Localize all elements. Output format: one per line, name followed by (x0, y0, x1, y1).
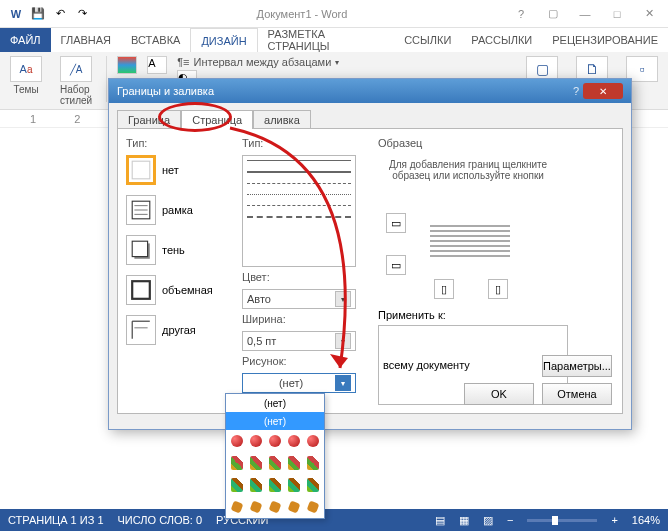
edge-bottom-button[interactable]: ▭ (386, 255, 406, 275)
zoom-level[interactable]: 164% (632, 514, 660, 526)
edge-top-button[interactable]: ▭ (386, 213, 406, 233)
cancel-button[interactable]: Отмена (542, 383, 612, 405)
chevron-down-icon: ▾ (335, 333, 351, 349)
art-dropdown-list: (нет) (нет) (225, 393, 325, 519)
window-controls: ? ▢ — □ ✕ (506, 4, 668, 24)
status-bar: СТРАНИЦА 1 ИЗ 1 ЧИСЛО СЛОВ: 0 РУССКИЙ ▤ … (0, 509, 668, 531)
preview-box: Для добавления границ щелкните образец и… (378, 159, 558, 299)
help-icon[interactable]: ? (506, 4, 536, 24)
dialog-titlebar[interactable]: Границы и заливка ? ✕ (109, 79, 631, 103)
quick-access-toolbar: W 💾 ↶ ↷ (0, 6, 98, 22)
tab-insert[interactable]: ВСТАВКА (121, 28, 190, 52)
dialog-tab-page[interactable]: Страница (181, 110, 253, 129)
dialog-body: Тип: нет рамка тень объемная другая Тип:… (117, 128, 623, 414)
setting-custom[interactable]: другая (126, 315, 230, 345)
redo-icon[interactable]: ↷ (74, 6, 90, 22)
preview-hint: Для добавления границ щелкните образец и… (378, 159, 558, 181)
view-print-icon[interactable]: ▦ (459, 514, 469, 527)
line-type-label: Тип: (242, 137, 366, 149)
art-option-4[interactable] (226, 496, 324, 518)
edge-right-button[interactable]: ▯ (488, 279, 508, 299)
colors-button[interactable] (117, 56, 137, 74)
borders-shading-dialog: Границы и заливка ? ✕ Граница Страница а… (108, 78, 632, 430)
style-set-button[interactable]: ╱A Набор стилей (56, 56, 96, 106)
minimize-button[interactable]: — (570, 4, 600, 24)
color-combo[interactable]: Авто▾ (242, 289, 356, 309)
svg-rect-0 (132, 161, 150, 179)
setting-column: Тип: нет рамка тень объемная другая (126, 137, 230, 405)
chevron-down-icon: ▾ (335, 375, 351, 391)
close-button[interactable]: ✕ (634, 4, 664, 24)
dialog-tab-fill[interactable]: аливка (253, 110, 311, 129)
save-icon[interactable]: 💾 (30, 6, 46, 22)
maximize-button[interactable]: □ (602, 4, 632, 24)
tab-mailings[interactable]: РАССЫЛКИ (461, 28, 542, 52)
dialog-tabs: Граница Страница аливка (109, 103, 631, 128)
line-style-list[interactable] (242, 155, 356, 267)
art-option-2[interactable] (226, 452, 324, 474)
title-bar: W 💾 ↶ ↷ Документ1 - Word ? ▢ — □ ✕ (0, 0, 668, 28)
status-page[interactable]: СТРАНИЦА 1 ИЗ 1 (8, 514, 104, 526)
art-option-1[interactable] (226, 430, 324, 452)
style-column: Тип: Цвет: Авто▾ Ширина: 0,5 пт▾ Рисунок… (242, 137, 366, 405)
svg-rect-6 (132, 241, 147, 256)
word-icon: W (8, 6, 24, 22)
setting-label: Тип: (126, 137, 230, 149)
setting-box[interactable]: рамка (126, 195, 230, 225)
art-combo[interactable]: (нет)▾ (242, 373, 356, 393)
tab-page-layout[interactable]: РАЗМЕТКА СТРАНИЦЫ (258, 28, 395, 52)
edge-left-button[interactable]: ▯ (434, 279, 454, 299)
setting-3d[interactable]: объемная (126, 275, 230, 305)
dropdown-display: (нет) (226, 394, 324, 412)
svg-rect-7 (132, 281, 150, 299)
apply-to-label: Применить к: (378, 309, 446, 321)
dialog-help-icon[interactable]: ? (573, 85, 579, 97)
tab-home[interactable]: ГЛАВНАЯ (51, 28, 121, 52)
color-label: Цвет: (242, 271, 366, 283)
art-label: Рисунок: (242, 355, 366, 367)
tab-file[interactable]: ФАЙЛ (0, 28, 51, 52)
themes-button[interactable]: Aa Темы (6, 56, 46, 95)
zoom-out-button[interactable]: − (507, 514, 513, 526)
tab-review[interactable]: РЕЦЕНЗИРОВАНИЕ (542, 28, 668, 52)
parameters-button[interactable]: Параметры... (542, 355, 612, 377)
setting-shadow[interactable]: тень (126, 235, 230, 265)
dialog-tab-border[interactable]: Граница (117, 110, 181, 129)
dialog-title: Границы и заливка (117, 85, 573, 97)
ok-button[interactable]: OK (464, 383, 534, 405)
fonts-button[interactable]: A (147, 56, 167, 74)
chevron-down-icon: ▾ (335, 291, 351, 307)
width-combo[interactable]: 0,5 пт▾ (242, 331, 356, 351)
dialog-close-button[interactable]: ✕ (583, 83, 623, 99)
zoom-in-button[interactable]: + (611, 514, 617, 526)
ribbon-tabs: ФАЙЛ ГЛАВНАЯ ВСТАВКА ДИЗАЙН РАЗМЕТКА СТР… (0, 28, 668, 52)
tab-design[interactable]: ДИЗАЙН (190, 28, 257, 52)
undo-icon[interactable]: ↶ (52, 6, 68, 22)
window-title: Документ1 - Word (98, 8, 506, 20)
art-option-none[interactable]: (нет) (226, 412, 324, 430)
view-web-icon[interactable]: ▨ (483, 514, 493, 527)
art-option-3[interactable] (226, 474, 324, 496)
width-label: Ширина: (242, 313, 366, 325)
paragraph-spacing-button[interactable]: ¶≡Интервал между абзацами▾ (177, 56, 339, 68)
zoom-slider[interactable] (527, 519, 597, 522)
tab-references[interactable]: ССЫЛКИ (394, 28, 461, 52)
preview-label: Образец (378, 137, 568, 149)
view-read-icon[interactable]: ▤ (435, 514, 445, 527)
preview-column: Образец Для добавления границ щелкните о… (378, 137, 568, 405)
ribbon-options-icon[interactable]: ▢ (538, 4, 568, 24)
preview-page[interactable] (422, 205, 518, 277)
status-word-count[interactable]: ЧИСЛО СЛОВ: 0 (118, 514, 203, 526)
setting-none[interactable]: нет (126, 155, 230, 185)
